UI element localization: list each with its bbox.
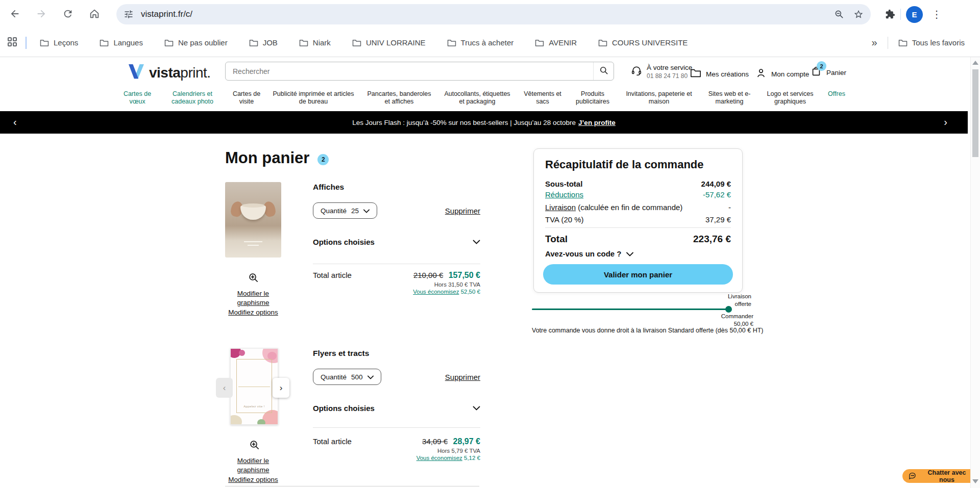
extensions-icon[interactable] xyxy=(885,9,895,19)
nav-item[interactable]: Vêtements et sacs xyxy=(521,90,565,111)
bookmark-folder[interactable]: Langues xyxy=(100,38,143,47)
toolbar-divider xyxy=(900,9,901,20)
item-total-row: Total article 34,09 € 28,97 € xyxy=(313,437,480,446)
nav-item[interactable]: Logo et services graphiques xyxy=(762,90,819,111)
quantity-dropdown[interactable]: Quantité 25 xyxy=(313,202,377,219)
apps-grid-icon[interactable] xyxy=(7,37,17,49)
chevron-down-icon xyxy=(473,237,480,246)
remove-item-link[interactable]: Supprimer xyxy=(445,207,480,215)
nav-item[interactable]: Invitations, papeterie et maison xyxy=(621,90,697,111)
search-button[interactable] xyxy=(593,62,614,80)
bookmark-folder[interactable]: Niark xyxy=(299,38,331,47)
zoom-out-icon[interactable] xyxy=(834,9,844,19)
bookmark-folder[interactable]: AVENIR xyxy=(535,38,577,47)
thumbnail-art xyxy=(257,419,265,425)
savings-note: Vous économisez 52,50 € xyxy=(413,289,480,295)
cart-link[interactable]: 2 Panier xyxy=(811,66,846,79)
bookmark-star-icon[interactable] xyxy=(853,9,864,19)
quantity-dropdown[interactable]: Quantité 500 xyxy=(313,369,381,385)
headset-icon xyxy=(631,65,642,79)
bookmark-folder[interactable]: Ne pas oublier xyxy=(164,38,228,47)
bookmark-folder[interactable]: COURS UNIVERSITE xyxy=(598,38,688,47)
cart-items-count-badge: 2 xyxy=(317,154,329,165)
home-button[interactable] xyxy=(86,6,103,23)
scrollbar-thumb[interactable] xyxy=(972,69,978,157)
scrollbar-down-arrow[interactable] xyxy=(972,479,978,483)
zoom-preview-button[interactable] xyxy=(226,439,282,452)
shipping-value: - xyxy=(728,203,731,212)
banner-text: Les Jours Flash : jusqu’à -50% sur nos b… xyxy=(352,119,576,126)
shipping-link[interactable]: Livraison xyxy=(545,203,576,212)
nav-item[interactable]: Calendriers et cadeaux photo xyxy=(161,90,224,111)
checkout-button[interactable]: Valider mon panier xyxy=(543,264,733,285)
chat-button[interactable]: Chatter avec nous xyxy=(902,469,980,483)
banner-prev-icon[interactable]: ‹ xyxy=(13,115,17,129)
url-bar[interactable]: vistaprint.fr/c/ xyxy=(116,4,871,24)
promo-banner: ‹ Les Jours Flash : jusqu’à -50% sur nos… xyxy=(0,111,968,134)
summary-title: Récapitulatif de la commande xyxy=(545,158,704,171)
customer-service-text: À votre service 01 88 24 71 80 xyxy=(647,64,692,80)
browser-menu-icon[interactable]: ⋮ xyxy=(929,8,944,20)
scrollbar-up-arrow[interactable] xyxy=(972,61,978,65)
chevron-down-icon xyxy=(363,207,370,215)
nav-item[interactable]: Cartes de vœux xyxy=(120,90,154,111)
edit-options-link[interactable]: Modifiez options xyxy=(223,475,283,484)
discount-link[interactable]: Réductions xyxy=(545,190,583,199)
page-scrollbar[interactable] xyxy=(970,57,980,488)
promo-code-accordion[interactable]: Avez-vous un code ? xyxy=(545,249,633,258)
banner-next-icon[interactable]: › xyxy=(944,115,947,129)
item-total-row: Total article 210,00 € 157,50 € xyxy=(313,271,480,280)
bookmark-folder[interactable]: Trucs à acheter xyxy=(447,38,514,47)
cart-item-affiches: Modifier le graphisme Modifiez options A… xyxy=(225,181,480,319)
vistaprint-logo[interactable]: vistaprint. xyxy=(128,64,211,82)
carousel-next-button[interactable]: › xyxy=(273,378,289,398)
site-info-icon[interactable] xyxy=(124,9,134,19)
banner-cta-link[interactable]: J’en profite xyxy=(578,119,616,126)
nav-item[interactable]: Pancartes, banderoles et affiches xyxy=(364,90,434,111)
reload-button[interactable] xyxy=(59,6,77,23)
discounted-price: 157,50 € xyxy=(449,271,480,279)
nav-item[interactable]: Cartes de visite xyxy=(231,90,262,111)
divider xyxy=(313,427,480,428)
browser-chrome: vistaprint.fr/c/ E ⋮ Leçons xyxy=(0,0,980,57)
forward-button[interactable] xyxy=(33,6,50,23)
zoom-preview-button[interactable] xyxy=(225,272,281,285)
nav-item-offres[interactable]: Offres xyxy=(826,90,847,111)
customer-service-link[interactable]: À votre service 01 88 24 71 80 xyxy=(631,64,692,80)
edit-design-link[interactable]: Modifier le graphisme xyxy=(223,289,283,307)
back-button[interactable] xyxy=(6,6,23,23)
edit-design-link[interactable]: Modifier le graphisme xyxy=(223,456,283,475)
vat-value: 37,29 € xyxy=(705,215,731,224)
carousel-prev-button[interactable]: ‹ xyxy=(216,378,233,398)
nav-item[interactable]: Produits publicitaires xyxy=(572,90,614,111)
all-bookmarks-folder[interactable]: Tous les favoris xyxy=(898,38,965,47)
bookmark-folder[interactable]: Leçons xyxy=(40,38,78,47)
my-creations-link[interactable]: Mes créations xyxy=(690,67,749,81)
my-account-link[interactable]: Mon compte xyxy=(755,67,809,81)
search-input[interactable] xyxy=(226,67,593,75)
product-thumbnail[interactable] xyxy=(225,182,281,258)
product-thumbnail[interactable]: Appelez vite ! xyxy=(230,348,278,425)
remove-item-link[interactable]: Supprimer xyxy=(445,373,480,381)
nav-item[interactable]: Autocollants, étiquettes et packaging xyxy=(441,90,513,111)
nav-item[interactable]: Publicité imprimée et articles de bureau xyxy=(270,90,357,111)
vat-row: TVA (20 %) 37,29 € xyxy=(545,215,731,224)
edit-options-link[interactable]: Modifiez options xyxy=(223,308,283,317)
thumbnail-caption: Appelez vite ! xyxy=(231,405,278,408)
old-price: 210,00 € xyxy=(413,271,443,279)
bookmark-folder[interactable]: UNIV LORRAINE xyxy=(352,38,426,47)
profile-avatar[interactable]: E xyxy=(906,6,923,23)
bookmarks-bar: Leçons Langues Ne pas oublier JOB Niark … xyxy=(0,29,980,57)
options-accordion[interactable]: Options choisies xyxy=(313,237,480,246)
service-phone: 01 88 24 71 80 xyxy=(647,72,692,80)
bookmark-folder[interactable]: JOB xyxy=(249,38,278,47)
zoom-in-icon xyxy=(249,439,260,452)
options-accordion[interactable]: Options choisies xyxy=(313,403,480,413)
chat-bubble-icon xyxy=(909,472,916,481)
thumbnail-art xyxy=(230,415,242,425)
savings-link[interactable]: Vous économisez xyxy=(413,289,459,295)
bookmarks-overflow-icon[interactable]: » xyxy=(872,37,877,48)
savings-link[interactable]: Vous économisez xyxy=(416,455,462,461)
nav-item[interactable]: Sites web et e-marketing xyxy=(704,90,754,111)
url-text[interactable]: vistaprint.fr/c/ xyxy=(141,9,825,19)
